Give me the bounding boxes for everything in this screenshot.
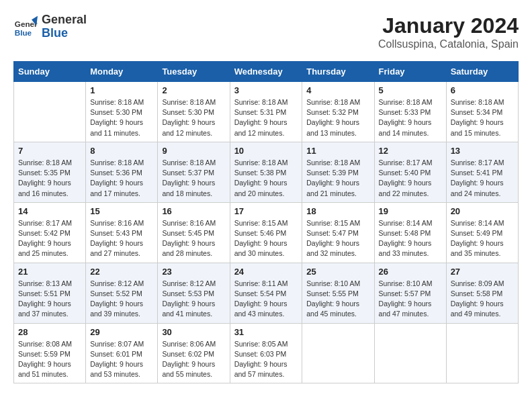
calendar-cell: 9Sunrise: 8:18 AMSunset: 5:37 PMDaylight… — [158, 142, 230, 202]
calendar-cell: 12Sunrise: 8:17 AMSunset: 5:40 PMDayligh… — [374, 142, 446, 202]
day-info: Sunrise: 8:18 AMSunset: 5:36 PMDaylight:… — [90, 158, 153, 199]
day-number: 6 — [451, 85, 514, 95]
day-info: Sunrise: 8:08 AMSunset: 5:59 PMDaylight:… — [18, 339, 81, 380]
day-number: 2 — [162, 85, 225, 95]
header-wednesday: Wednesday — [230, 62, 302, 82]
calendar-cell: 4Sunrise: 8:18 AMSunset: 5:32 PMDaylight… — [302, 82, 374, 142]
day-info: Sunrise: 8:16 AMSunset: 5:43 PMDaylight:… — [90, 218, 153, 259]
day-info: Sunrise: 8:18 AMSunset: 5:39 PMDaylight:… — [306, 158, 369, 199]
logo-text-blue: Blue — [42, 27, 87, 40]
logo: General Blue General Blue — [13, 13, 87, 40]
page-title: January 2024 — [378, 13, 519, 38]
calendar-body: 1Sunrise: 8:18 AMSunset: 5:30 PMDaylight… — [14, 82, 519, 383]
day-info: Sunrise: 8:06 AMSunset: 6:02 PMDaylight:… — [162, 339, 225, 380]
calendar-cell: 28Sunrise: 8:08 AMSunset: 5:59 PMDayligh… — [14, 323, 86, 383]
calendar-cell: 13Sunrise: 8:17 AMSunset: 5:41 PMDayligh… — [446, 142, 518, 202]
title-block: January 2024 Collsuspina, Catalonia, Spa… — [378, 13, 519, 50]
calendar-cell: 30Sunrise: 8:06 AMSunset: 6:02 PMDayligh… — [158, 323, 230, 383]
day-info: Sunrise: 8:18 AMSunset: 5:31 PMDaylight:… — [234, 97, 298, 138]
day-info: Sunrise: 8:11 AMSunset: 5:54 PMDaylight:… — [234, 279, 298, 320]
calendar-cell: 10Sunrise: 8:18 AMSunset: 5:38 PMDayligh… — [230, 142, 302, 202]
calendar-cell: 21Sunrise: 8:13 AMSunset: 5:51 PMDayligh… — [14, 263, 86, 323]
day-info: Sunrise: 8:07 AMSunset: 6:01 PMDaylight:… — [90, 339, 153, 380]
day-info: Sunrise: 8:18 AMSunset: 5:33 PMDaylight:… — [379, 97, 442, 138]
day-info: Sunrise: 8:18 AMSunset: 5:37 PMDaylight:… — [162, 158, 225, 199]
day-info: Sunrise: 8:10 AMSunset: 5:55 PMDaylight:… — [306, 279, 369, 320]
header-monday: Monday — [86, 62, 158, 82]
day-number: 26 — [379, 267, 442, 277]
calendar-cell: 15Sunrise: 8:16 AMSunset: 5:43 PMDayligh… — [86, 202, 158, 263]
calendar-week-5: 28Sunrise: 8:08 AMSunset: 5:59 PMDayligh… — [14, 323, 519, 383]
day-number: 9 — [162, 146, 225, 156]
calendar-cell — [302, 323, 374, 383]
day-number: 21 — [18, 267, 81, 277]
calendar-table: SundayMondayTuesdayWednesdayThursdayFrid… — [13, 61, 519, 383]
day-number: 22 — [90, 267, 153, 277]
calendar-cell: 7Sunrise: 8:18 AMSunset: 5:35 PMDaylight… — [14, 142, 86, 202]
day-info: Sunrise: 8:18 AMSunset: 5:38 PMDaylight:… — [234, 158, 298, 199]
calendar-cell: 2Sunrise: 8:18 AMSunset: 5:30 PMDaylight… — [158, 82, 230, 142]
header-saturday: Saturday — [446, 62, 518, 82]
calendar-cell: 24Sunrise: 8:11 AMSunset: 5:54 PMDayligh… — [230, 263, 302, 323]
calendar-cell — [374, 323, 446, 383]
day-number: 19 — [379, 206, 442, 216]
header-tuesday: Tuesday — [158, 62, 230, 82]
day-info: Sunrise: 8:18 AMSunset: 5:34 PMDaylight:… — [451, 97, 514, 138]
day-info: Sunrise: 8:12 AMSunset: 5:52 PMDaylight:… — [90, 279, 153, 320]
calendar-cell: 1Sunrise: 8:18 AMSunset: 5:30 PMDaylight… — [86, 82, 158, 142]
calendar-cell: 8Sunrise: 8:18 AMSunset: 5:36 PMDaylight… — [86, 142, 158, 202]
header-sunday: Sunday — [14, 62, 86, 82]
calendar-cell — [14, 82, 86, 142]
day-number: 25 — [306, 267, 369, 277]
day-info: Sunrise: 8:18 AMSunset: 5:32 PMDaylight:… — [306, 97, 369, 138]
calendar-cell: 29Sunrise: 8:07 AMSunset: 6:01 PMDayligh… — [86, 323, 158, 383]
day-info: Sunrise: 8:14 AMSunset: 5:48 PMDaylight:… — [379, 218, 442, 259]
svg-text:Blue: Blue — [15, 28, 32, 36]
calendar-cell: 27Sunrise: 8:09 AMSunset: 5:58 PMDayligh… — [446, 263, 518, 323]
day-info: Sunrise: 8:12 AMSunset: 5:53 PMDaylight:… — [162, 279, 225, 320]
day-number: 14 — [18, 206, 81, 216]
logo-text-general: General — [42, 13, 87, 27]
day-number: 15 — [90, 206, 153, 216]
calendar-cell: 16Sunrise: 8:16 AMSunset: 5:45 PMDayligh… — [158, 202, 230, 263]
page-header: General Blue General Blue January 2024 C… — [13, 13, 519, 50]
day-number: 7 — [18, 146, 81, 156]
calendar-week-3: 14Sunrise: 8:17 AMSunset: 5:42 PMDayligh… — [14, 202, 519, 263]
logo-icon: General Blue — [13, 15, 38, 39]
calendar-week-1: 1Sunrise: 8:18 AMSunset: 5:30 PMDaylight… — [14, 82, 519, 142]
day-number: 13 — [451, 146, 514, 156]
day-number: 10 — [234, 146, 298, 156]
calendar-cell — [446, 323, 518, 383]
day-info: Sunrise: 8:18 AMSunset: 5:35 PMDaylight:… — [18, 158, 81, 199]
day-info: Sunrise: 8:17 AMSunset: 5:42 PMDaylight:… — [18, 218, 81, 259]
day-info: Sunrise: 8:17 AMSunset: 5:41 PMDaylight:… — [451, 158, 514, 199]
day-number: 23 — [162, 267, 225, 277]
calendar-week-4: 21Sunrise: 8:13 AMSunset: 5:51 PMDayligh… — [14, 263, 519, 323]
calendar-cell: 17Sunrise: 8:15 AMSunset: 5:46 PMDayligh… — [230, 202, 302, 263]
day-number: 18 — [306, 206, 369, 216]
day-info: Sunrise: 8:13 AMSunset: 5:51 PMDaylight:… — [18, 279, 81, 320]
calendar-cell: 18Sunrise: 8:15 AMSunset: 5:47 PMDayligh… — [302, 202, 374, 263]
day-info: Sunrise: 8:15 AMSunset: 5:47 PMDaylight:… — [306, 218, 369, 259]
day-number: 16 — [162, 206, 225, 216]
header-thursday: Thursday — [302, 62, 374, 82]
day-number: 8 — [90, 146, 153, 156]
calendar-week-2: 7Sunrise: 8:18 AMSunset: 5:35 PMDaylight… — [14, 142, 519, 202]
day-info: Sunrise: 8:05 AMSunset: 6:03 PMDaylight:… — [234, 339, 298, 380]
calendar-cell: 20Sunrise: 8:14 AMSunset: 5:49 PMDayligh… — [446, 202, 518, 263]
day-number: 12 — [379, 146, 442, 156]
day-number: 30 — [162, 327, 225, 337]
day-number: 4 — [306, 85, 369, 95]
day-number: 29 — [90, 327, 153, 337]
calendar-cell: 6Sunrise: 8:18 AMSunset: 5:34 PMDaylight… — [446, 82, 518, 142]
calendar-cell: 23Sunrise: 8:12 AMSunset: 5:53 PMDayligh… — [158, 263, 230, 323]
day-info: Sunrise: 8:18 AMSunset: 5:30 PMDaylight:… — [90, 97, 153, 138]
header-friday: Friday — [374, 62, 446, 82]
day-number: 3 — [234, 85, 298, 95]
day-info: Sunrise: 8:09 AMSunset: 5:58 PMDaylight:… — [451, 279, 514, 320]
day-number: 24 — [234, 267, 298, 277]
day-number: 20 — [451, 206, 514, 216]
calendar-cell: 11Sunrise: 8:18 AMSunset: 5:39 PMDayligh… — [302, 142, 374, 202]
calendar-cell: 26Sunrise: 8:10 AMSunset: 5:57 PMDayligh… — [374, 263, 446, 323]
day-number: 27 — [451, 267, 514, 277]
